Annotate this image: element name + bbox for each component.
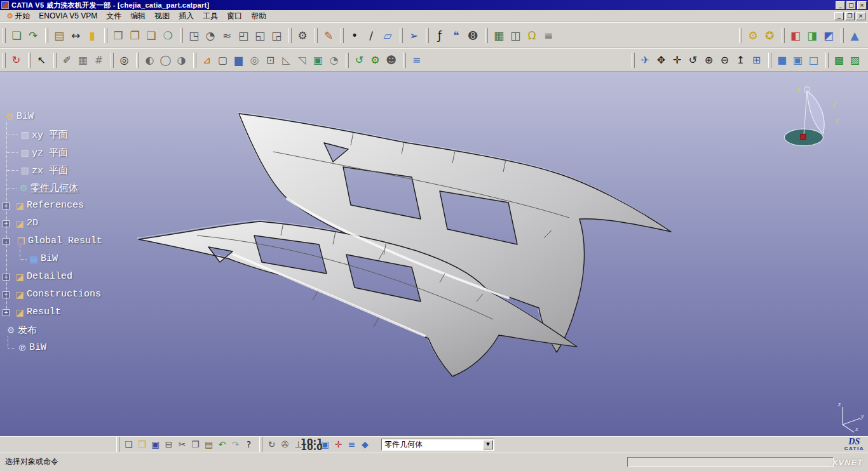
menu-item-insert[interactable]: 插入 — [174, 10, 198, 23]
toolbar-grip[interactable] — [403, 53, 406, 68]
menu-item-view[interactable]: 视图 — [150, 10, 174, 23]
design-table-icon[interactable]: ▦ — [491, 27, 507, 44]
save-icon[interactable]: ▣ — [149, 438, 162, 451]
toolbar-grip[interactable] — [116, 437, 119, 452]
compass-target-icon[interactable]: ◎ — [116, 52, 132, 68]
mdi-minimize-button[interactable]: _ — [834, 12, 844, 20]
rotate-view-icon[interactable]: ↺ — [685, 52, 701, 68]
wizard-star-icon[interactable]: ✪ — [761, 27, 778, 44]
mdi-restore-button[interactable]: ❐ — [845, 12, 855, 20]
paste-icon[interactable]: ▤ — [202, 438, 215, 451]
fill-surface-icon[interactable]: ◰ — [235, 27, 252, 44]
toolbar-grip[interactable] — [739, 28, 742, 43]
extrude-solid-icon[interactable]: ▆ — [231, 52, 247, 68]
expander-references[interactable]: + — [3, 202, 10, 209]
tree-label-set-2d[interactable]: 2D — [27, 218, 38, 229]
constraint-gear-icon[interactable]: ⚙ — [367, 52, 383, 68]
geometrical-set-icon[interactable]: ◪ — [14, 218, 25, 229]
share-session-icon[interactable]: ➢ — [405, 27, 422, 44]
multi-view-icon[interactable]: ⊞ — [749, 52, 764, 68]
toolbar-grip[interactable] — [768, 53, 771, 68]
close-volume-icon[interactable]: ▣ — [310, 52, 326, 68]
mdi-close-button[interactable]: × — [856, 12, 865, 20]
normal-view-icon[interactable]: ↥ — [733, 52, 749, 68]
snap-to-point-icon[interactable]: # — [91, 52, 107, 68]
sketch-analysis-icon[interactable]: ✐ — [59, 52, 75, 68]
cylinder-solid-icon[interactable]: ◎ — [247, 52, 262, 68]
tree-label-part-body[interactable]: 零件几何体 — [31, 182, 78, 194]
measure-inertia-icon[interactable]: ▮ — [84, 27, 100, 44]
measure-icon[interactable]: ▤ — [51, 27, 67, 44]
current-body-icon[interactable]: ▣ — [318, 438, 332, 451]
propagate-icon[interactable]: ❏ — [8, 27, 25, 44]
macro-gear-icon[interactable]: ⚙ — [745, 27, 761, 44]
minimize-button[interactable]: _ — [836, 1, 845, 10]
power-input[interactable] — [627, 457, 834, 467]
layer-stack-icon[interactable]: ≡ — [409, 52, 424, 68]
tree-item-biw-global[interactable]: ▦BiW — [0, 251, 191, 269]
close-button[interactable]: × — [857, 1, 867, 10]
whats-this-icon[interactable]: ? — [242, 438, 255, 451]
geometrical-set-icon[interactable]: ◪ — [14, 289, 25, 300]
menu-item-file[interactable]: 文件 — [102, 10, 126, 23]
toolbar-grip[interactable] — [315, 28, 318, 43]
expander-detailed[interactable]: + — [3, 274, 10, 281]
tree-item-biw-publication[interactable]: ℗BiW — [0, 340, 191, 357]
scale-display-icon[interactable]: 10:1 10.0 — [305, 438, 318, 451]
toolbar-grip[interactable] — [45, 28, 48, 43]
toolbar-grip[interactable] — [825, 53, 829, 68]
instantiate-from-document-icon[interactable]: ❐ — [126, 27, 143, 44]
toolbar-grip[interactable] — [485, 28, 488, 43]
grid-icon[interactable]: ▦ — [75, 52, 91, 68]
designer-profile-icon[interactable]: ☻ — [383, 52, 399, 68]
toolbar-grip[interactable] — [3, 28, 6, 43]
geometrical-set-icon[interactable]: ◪ — [14, 201, 25, 211]
tree-label-biw-publication[interactable]: BiW — [29, 342, 46, 353]
viewport-3d[interactable]: z y x z y x ⚙BiW▨xy 平面▨yz 平面▨zx 平面⚙零件几何体… — [0, 72, 868, 436]
split-view-icon[interactable]: ◫ — [507, 27, 524, 44]
wireframe-sphere-icon[interactable]: ◯ — [158, 52, 173, 68]
expander-constructions[interactable]: + — [3, 291, 10, 298]
toolbar-grip[interactable] — [782, 28, 785, 43]
toolbar-grip[interactable] — [136, 53, 139, 68]
visualization-swap-icon[interactable]: ▨ — [847, 52, 863, 68]
undo-icon[interactable]: ↶ — [215, 438, 229, 451]
expander-set-2d[interactable]: + — [3, 220, 10, 227]
toolbar-grip[interactable] — [841, 28, 844, 43]
menu-item-help[interactable]: 帮助 — [247, 10, 271, 23]
pan-icon[interactable]: ✛ — [669, 52, 685, 68]
knowledge-ball-icon[interactable]: ➑ — [465, 27, 481, 44]
catalog-gem-icon[interactable]: ◆ — [358, 438, 372, 451]
zoom-in-icon[interactable]: ⊕ — [701, 52, 717, 68]
part-body-icon[interactable]: ⚙ — [18, 183, 29, 193]
wireframe-cube-icon[interactable]: □ — [806, 52, 822, 68]
catia-app-icon[interactable] — [1, 1, 9, 9]
tree-item-constructions[interactable]: +◪Constructions — [0, 286, 191, 304]
update-constraints-icon[interactable]: ↺ — [351, 52, 367, 68]
tree-label-biw-global[interactable]: BiW — [41, 253, 58, 264]
formula-icon[interactable]: ƒ — [431, 27, 448, 44]
toolbar-grip[interactable] — [180, 28, 183, 43]
toolbar-grip[interactable] — [259, 437, 262, 452]
tree-item-plane-xy[interactable]: ▨xy 平面 — [0, 126, 191, 144]
toolbar-grip[interactable] — [426, 28, 429, 43]
menu-item-window[interactable]: 窗口 — [222, 10, 247, 23]
toolbar-grip[interactable] — [3, 53, 6, 68]
instantiate-from-selection-icon[interactable]: ❑ — [143, 27, 159, 44]
toolbar-grip[interactable] — [111, 53, 114, 68]
redo-icon[interactable]: ↷ — [229, 438, 242, 451]
catalog-book-icon[interactable]: ❍ — [159, 27, 176, 44]
toolbar-grip[interactable] — [193, 53, 196, 68]
catalog-browser-icon[interactable]: ❒ — [110, 27, 126, 44]
tree-label-result[interactable]: Result — [27, 307, 61, 317]
point-icon[interactable]: • — [346, 27, 363, 44]
tree-item-result[interactable]: +◪Result — [0, 304, 191, 322]
shaded-cube-icon[interactable]: ■ — [774, 52, 790, 68]
tree-label-plane-xy[interactable]: xy 平面 — [32, 129, 68, 141]
view-cube-top-icon[interactable]: ◩ — [820, 27, 837, 44]
tree-label-plane-zx[interactable]: zx 平面 — [32, 164, 68, 176]
tree-label-plane-yz[interactable]: yz 平面 — [32, 147, 68, 159]
toolbar-grip[interactable] — [400, 28, 403, 43]
tree-item-references[interactable]: +◪References — [0, 197, 191, 215]
line-icon[interactable]: ∕ — [363, 27, 379, 44]
